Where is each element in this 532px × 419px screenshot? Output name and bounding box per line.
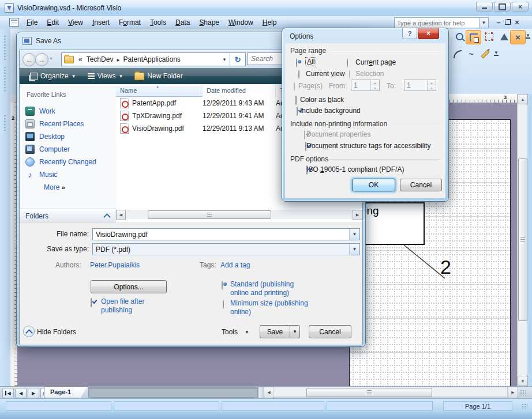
hide-folders-label[interactable]: Hide Folders [37,328,76,336]
connection-point-tool-icon[interactable]: × [510,30,526,44]
question-input[interactable] [395,18,479,28]
list-scroll-right-icon[interactable]: ▶ [353,210,362,220]
menu-item[interactable]: Tools [145,17,171,28]
page-tab[interactable]: Page-1 [44,386,88,398]
document-tags-label[interactable]: Document structure tags for accessibilit… [306,142,430,150]
forward-icon[interactable]: → [35,53,48,66]
question-box[interactable] [394,17,479,28]
horizontal-scroll-thumb[interactable] [306,388,432,397]
menu-item[interactable]: View [63,17,88,28]
minimum-radio[interactable] [223,300,224,309]
sidebar-more-link[interactable]: More » [44,183,65,191]
breadcrumb[interactable]: « TechDev ▸ PatentApplications ▼ [61,52,231,66]
save-type-combo[interactable]: PDF (*.pdf) ▼ [92,243,360,255]
question-dropdown-icon[interactable]: ▼ [479,17,489,28]
previous-page-button[interactable]: ◀ [15,388,27,398]
breadcrumb-dropdown-icon[interactable]: ▼ [222,57,227,62]
tools-caret-icon[interactable]: ▼ [245,330,249,335]
breadcrumb-chevrons[interactable]: « [78,55,83,63]
canvas-vertical-scrollbar[interactable]: ▲ ▼ [517,94,527,385]
pencil-tool-icon[interactable] [478,47,492,61]
minimize-button[interactable] [476,2,493,12]
save-type-dropdown-icon[interactable]: ▼ [349,244,359,255]
sidebar-item[interactable]: Recent Places [20,118,116,130]
scroll-up-icon[interactable]: ▲ [518,94,528,104]
window-minimize-small[interactable]: – [494,17,503,27]
all-radio[interactable] [296,58,297,67]
menu-item[interactable]: Window [224,17,258,28]
next-page-button[interactable]: ▶ [28,388,39,398]
menu-item[interactable]: Shape [194,17,224,28]
scroll-down-icon[interactable]: ▼ [518,376,528,386]
save-button[interactable]: Save [260,325,290,338]
breadcrumb-separator-icon[interactable]: ▸ [117,56,119,63]
triangle-shape-tool-icon[interactable] [497,30,511,43]
first-page-button[interactable]: ◀ [2,388,14,398]
list-scroll-left-icon[interactable]: ◀ [116,210,126,220]
freeform-tool-icon[interactable]: ~ [464,47,478,61]
close-button[interactable]: × [512,2,529,12]
current-page-label[interactable]: Current page [355,58,396,66]
standard-radio[interactable] [222,281,223,290]
menu-item[interactable]: Insert [88,17,114,28]
color-as-black-label[interactable]: Color as black [300,96,344,104]
views-button[interactable]: Views ▼ [82,68,129,84]
sidebar-item[interactable]: Music [20,168,116,181]
resize-grip[interactable] [520,390,526,395]
options-cancel-button[interactable]: Cancel [400,179,442,191]
back-icon[interactable]: ← [23,53,36,66]
tags-add-link[interactable]: Add a tag [220,261,250,269]
column-header-name[interactable]: Name ▲ [116,84,203,97]
ok-button[interactable]: OK [352,179,395,191]
label-2-shape[interactable]: 2 [440,256,451,278]
history-dropdown-icon[interactable]: ▼ [49,56,53,61]
toolbar-overflow-icon[interactable]: ▼ [526,33,530,39]
file-name-dropdown-icon[interactable]: ▼ [349,229,359,240]
current-view-label[interactable]: Current view [306,70,344,78]
include-background-checkbox[interactable] [297,107,298,116]
list-horizontal-scrollbar[interactable]: ◀ ▶ [116,210,362,219]
vertical-scroll-thumb[interactable] [518,158,527,321]
file-name-input[interactable] [93,229,348,240]
hide-folders-icon[interactable] [23,326,35,337]
save-dropdown-icon[interactable]: ▼ [290,325,300,338]
maximize-button[interactable] [494,2,511,12]
folders-expander[interactable]: Folders [20,209,116,222]
current-page-radio[interactable] [347,58,348,67]
include-background-label[interactable]: Include background [300,107,361,115]
sidebar-item[interactable]: Work [20,105,116,118]
list-scroll-thumb[interactable] [148,210,271,219]
snap-glue-tool-icon[interactable] [466,30,481,44]
current-view-radio[interactable] [298,70,299,79]
dialog-close-button[interactable]: × [418,28,439,39]
tools-menu[interactable]: Tools [222,328,238,336]
drawing-toolbar-overflow-icon[interactable]: ▼ [494,51,499,56]
window-close-small[interactable]: × [512,17,522,27]
all-radio-label[interactable]: All [306,58,316,66]
open-file-checkbox[interactable] [91,298,92,307]
zoom-tool-icon[interactable] [452,30,467,43]
sidebar-item[interactable]: Recently Changed [20,156,116,168]
sidebar-item[interactable]: Computer [20,143,116,156]
dialog-help-button[interactable]: ? [402,28,417,39]
menu-item[interactable]: Format [114,17,145,28]
breadcrumb-root[interactable]: TechDev [87,55,114,63]
iso-compliant-label[interactable]: ISO 19005-1 compliant (PDF/A) [306,165,404,173]
menu-item[interactable]: Data [171,17,194,28]
menu-item[interactable]: File [22,17,42,28]
menu-item[interactable]: Edit [42,17,63,28]
selection-tool-icon[interactable] [482,30,496,43]
cancel-button[interactable]: Cancel [309,325,351,338]
breadcrumb-folder[interactable]: PatentApplications [123,55,180,63]
new-folder-button[interactable]: New Folder [129,68,188,84]
refresh-button[interactable]: ↻ [230,52,246,66]
file-name-combo[interactable]: ▼ [92,228,360,240]
sidebar-item[interactable]: Desktop [20,130,116,143]
options-button[interactable]: Options... [91,280,167,293]
arc-tool-icon[interactable] [450,47,464,61]
organize-button[interactable]: Organize ▼ [24,68,82,84]
menu-item[interactable]: Help [258,17,282,28]
hscroll-right-icon[interactable]: ▶ [508,387,518,398]
authors-value[interactable]: Peter.Pupalaikis [90,261,140,269]
color-as-black-checkbox[interactable] [295,96,297,105]
